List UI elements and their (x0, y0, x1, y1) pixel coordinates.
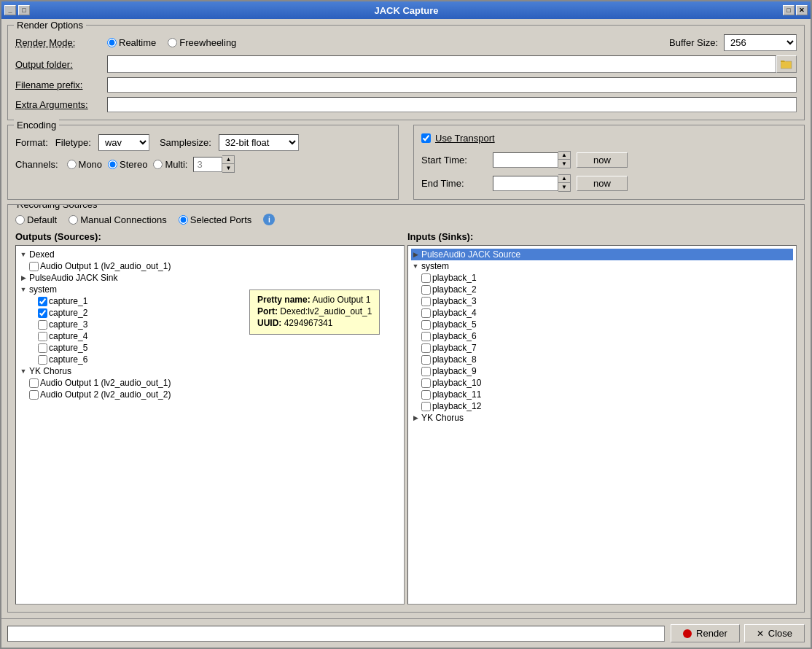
render-dot-icon (683, 629, 692, 638)
pb7-check[interactable] (421, 343, 431, 353)
start-time-input[interactable]: 00:00:00 (493, 152, 558, 168)
restore-button[interactable]: □ (18, 5, 30, 15)
maximize-button[interactable]: □ (783, 5, 795, 15)
channels-row: Channels: Mono Stereo Multi: (15, 155, 391, 173)
use-transport-checkbox[interactable] (421, 133, 431, 143)
close-button[interactable]: ✕ Close (744, 624, 805, 642)
capture2-check[interactable] (38, 308, 47, 318)
manual-radio[interactable] (69, 215, 78, 225)
main-window: _ □ JACK Capture □ ✕ Render Options Rend… (0, 0, 812, 649)
render-mode-label: Render Mode: (15, 37, 103, 48)
close-window-button[interactable]: ✕ (796, 5, 808, 15)
selected-ports-radio-item[interactable]: Selected Ports (179, 214, 252, 225)
pulse-source-expand-icon[interactable]: ▶ (411, 250, 420, 259)
close-x-icon: ✕ (757, 629, 764, 639)
buffer-size-select[interactable]: 256 512 1024 2048 (724, 34, 797, 51)
selected-ports-radio[interactable] (179, 215, 188, 225)
pb4-check[interactable] (421, 308, 431, 318)
end-time-now-button[interactable]: now (577, 176, 628, 191)
info-icon[interactable]: i (263, 214, 275, 225)
pb3-check[interactable] (421, 297, 431, 306)
capture6-check[interactable] (38, 355, 47, 365)
multi-radio[interactable] (153, 160, 163, 169)
pb12-check[interactable] (421, 402, 431, 411)
dexed-out1-check[interactable] (29, 262, 39, 271)
realtime-radio[interactable] (107, 38, 117, 47)
dexed-expand-icon[interactable]: ▼ (19, 250, 28, 259)
yk-inputs-expand-icon[interactable]: ▶ (411, 413, 420, 422)
tree-row-yk[interactable]: ▼ YK Chorus (19, 365, 401, 377)
start-time-spin-up[interactable]: ▲ (558, 152, 570, 160)
end-time-spin-up[interactable]: ▲ (558, 175, 570, 183)
pb11-check[interactable] (421, 390, 431, 400)
output-folder-input[interactable]: /home/chris/Musik (107, 55, 776, 73)
titlebar-left-controls: _ □ (4, 5, 30, 15)
tooltip-pretty-name-label: Pretty name: (257, 295, 311, 305)
mono-radio[interactable] (67, 160, 77, 169)
tree-row-pb1: playback_1 (411, 272, 793, 284)
multi-spin-up[interactable]: ▲ (222, 156, 234, 164)
tree-row-pulse-sink[interactable]: ▶ PulseAudio JACK Sink (19, 272, 401, 284)
pb9-check[interactable] (421, 367, 431, 376)
capture4-label: capture_4 (49, 331, 87, 341)
default-radio-item[interactable]: Default (15, 214, 57, 225)
capture3-check[interactable] (38, 320, 47, 330)
filename-prefix-input[interactable]: jack_capture_ (107, 77, 797, 93)
channels-label: Channels: (15, 159, 58, 170)
yk-out1-check[interactable] (29, 378, 39, 388)
inputs-panel[interactable]: ▶ PulseAudio JACK Source ▼ system playba… (407, 245, 797, 605)
browse-folder-button[interactable] (776, 55, 797, 73)
capture1-check[interactable] (38, 297, 47, 306)
pb5-check[interactable] (421, 320, 431, 330)
capture4-check[interactable] (38, 332, 47, 341)
tree-row-dexed-out1: Audio Output 1 (lv2_audio_out_1) (19, 260, 401, 272)
capture6-label: capture_6 (49, 354, 87, 365)
pb6-check[interactable] (421, 332, 431, 341)
start-time-input-group: 00:00:00 ▲ ▼ (493, 151, 571, 168)
tree-row-pulse-source[interactable]: ▶ PulseAudio JACK Source (411, 249, 793, 260)
end-time-spin-down[interactable]: ▼ (558, 183, 570, 191)
pulse-sink-expand-icon[interactable]: ▶ (19, 273, 28, 282)
render-label: Render (696, 628, 727, 639)
tree-row-pb12: playback_12 (411, 400, 793, 412)
capture5-check[interactable] (38, 343, 47, 353)
realtime-radio-item[interactable]: Realtime (107, 37, 156, 48)
start-time-spin-down[interactable]: ▼ (558, 160, 570, 168)
outputs-panel[interactable]: ▼ Dexed Audio Output 1 (lv2_audio_out_1)… (15, 245, 405, 605)
realtime-label: Realtime (119, 37, 156, 48)
stereo-radio[interactable] (108, 160, 117, 169)
yk-expand-icon[interactable]: ▼ (19, 367, 28, 376)
system-expand-icon[interactable]: ▼ (19, 285, 28, 294)
minimize-button[interactable]: _ (4, 5, 16, 15)
tree-row-dexed[interactable]: ▼ Dexed (19, 249, 401, 260)
samplesize-select[interactable]: 32-bit float 24-bit 16-bit (219, 134, 299, 151)
output-folder-label: Output folder: (15, 59, 103, 70)
pb8-check[interactable] (421, 355, 431, 365)
start-time-now-button[interactable]: now (577, 152, 628, 168)
default-radio[interactable] (15, 215, 25, 225)
render-button[interactable]: Render (671, 624, 740, 642)
end-time-input[interactable]: 00:10:00 (493, 176, 558, 191)
yk-out2-check[interactable] (29, 390, 39, 400)
extra-args-input[interactable] (107, 97, 797, 112)
manual-radio-item[interactable]: Manual Connections (69, 214, 167, 225)
pb2-check[interactable] (421, 285, 431, 295)
multi-radio-item[interactable]: Multi: (153, 159, 187, 170)
mono-radio-item[interactable]: Mono (67, 159, 103, 170)
multi-value-input[interactable] (193, 157, 222, 172)
pb1-check[interactable] (421, 273, 431, 283)
tree-row-yk-inputs[interactable]: ▶ YK Chorus (411, 412, 793, 424)
pb10-check[interactable] (421, 378, 431, 388)
samplesize-label: Samplesize: (160, 137, 211, 148)
tree-row-inputs-system[interactable]: ▼ system (411, 260, 793, 272)
capture3-label: capture_3 (49, 319, 87, 330)
stereo-radio-item[interactable]: Stereo (108, 159, 147, 170)
tree-row-pb2: playback_2 (411, 284, 793, 295)
inputs-system-expand-icon[interactable]: ▼ (411, 262, 420, 271)
tree-row-pb9: playback_9 (411, 365, 793, 377)
filetype-select[interactable]: wav flac ogg (98, 134, 149, 151)
freewheeling-radio[interactable] (168, 38, 177, 47)
multi-spin-down[interactable]: ▼ (222, 164, 234, 172)
tree-row-pb4: playback_4 (411, 307, 793, 319)
freewheeling-radio-item[interactable]: Freewheeling (168, 37, 236, 48)
